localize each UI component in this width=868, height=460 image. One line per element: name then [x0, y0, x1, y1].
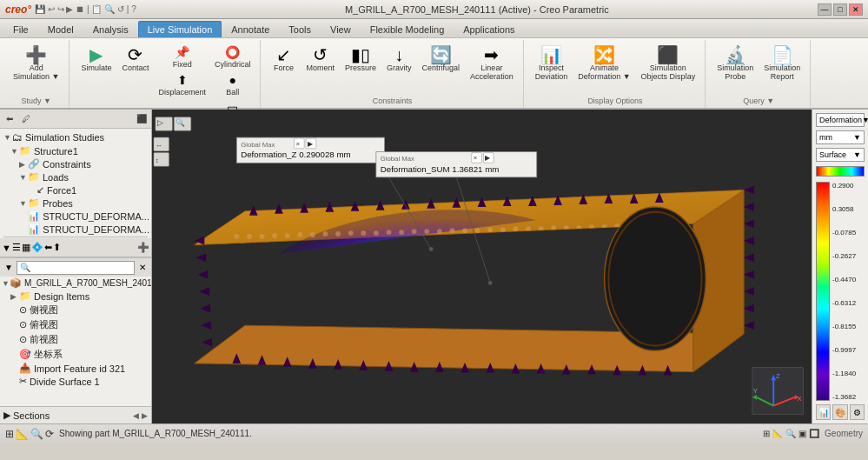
tree-filter-btn[interactable]: ▼	[2, 243, 11, 253]
view-ctrl-2[interactable]: 📐	[772, 429, 783, 438]
tab-annotate[interactable]: Annotate	[222, 21, 279, 37]
sections-scroll-left[interactable]: ◀	[133, 411, 139, 420]
cylindrical-button[interactable]: ⭕ Cylindrical	[211, 43, 255, 70]
tab-tools[interactable]: Tools	[279, 21, 321, 37]
svg-point-489	[429, 247, 434, 251]
close-button[interactable]: ✕	[849, 3, 863, 16]
pressure-button[interactable]: ▮▯ Pressure	[341, 43, 381, 75]
statusbar-icon-1[interactable]: ⊞	[5, 428, 14, 440]
rp-color-btn[interactable]: 🎨	[832, 404, 847, 420]
main-area: ⬅ 🖊 ⬛ ▼ 🗂 Simulation Studies ▼ 📁 Structu…	[0, 110, 868, 423]
tree-probes[interactable]: ▼ 📁 Probes	[0, 197, 151, 210]
tree-design-items[interactable]: ▶ 📁 Design Items	[0, 290, 151, 303]
sections-area[interactable]: ▶ Sections ◀ ▶	[0, 406, 151, 423]
contact-label: Contact	[122, 63, 149, 72]
view-ctrl-1[interactable]: ⊞	[763, 429, 770, 438]
gravity-button[interactable]: ↓ Gravity	[382, 43, 416, 75]
tree-col-btn[interactable]: ☰	[12, 242, 21, 253]
window-title: M_GRILL_A_R700_MESH_240111 (Active) - Cr…	[345, 4, 609, 15]
surface-dropdown[interactable]: Surface ▼	[816, 148, 865, 162]
tree-side-view[interactable]: ⊙ 侧视图	[0, 303, 151, 317]
rp-chart-btn[interactable]: 📊	[816, 404, 831, 420]
displacement-button[interactable]: ⬆ Displacement	[155, 71, 209, 98]
animate-deform-label: AnimateDeformation ▼	[578, 63, 630, 81]
animate-deform-icon: 🔀	[593, 46, 615, 63]
fixed-button[interactable]: 📌 Fixed	[155, 43, 209, 70]
left-toolbar-btn-expand[interactable]: ⬛	[134, 111, 149, 127]
tree-expand-btn[interactable]: 💠	[31, 242, 43, 253]
cylindrical-label: Cylindrical	[215, 60, 251, 69]
linear-acceleration-button[interactable]: ➡ LinearAcceleration	[466, 43, 518, 83]
maximize-button[interactable]: □	[833, 3, 847, 16]
unit-dropdown[interactable]: mm ▼	[816, 130, 865, 144]
tree-front-view[interactable]: ⊙ 前视图	[0, 332, 151, 347]
group-study-label: Study ▼	[22, 96, 51, 106]
view-ctrl-4[interactable]: ▣	[798, 429, 806, 438]
tree-structu-deforma-2[interactable]: 📊 STRUCTU_DEFORMA...	[0, 223, 151, 236]
tree-import-feature[interactable]: 📥 Import Feature id 321	[0, 362, 151, 375]
force-button[interactable]: ↙ Force	[268, 43, 301, 75]
svg-point-19	[348, 230, 354, 236]
simulation-report-button[interactable]: 📄 SimulationReport	[759, 43, 805, 83]
search-clear-btn[interactable]: ✕	[136, 261, 149, 275]
import-feature-label: Import Feature id 321	[34, 363, 125, 374]
tree-constraints[interactable]: ▶ 🔗 Constraints	[0, 157, 151, 170]
title-left: creo° 💾 ↩ ↪ ▶ ⏹ | 📋 🔍 ↺ | ?	[5, 3, 136, 16]
surface-arrow: ▼	[853, 150, 861, 159]
tree-search-input[interactable]	[17, 261, 135, 275]
simulation-objects-display-button[interactable]: ⬛ SimulationObjects Display	[637, 43, 700, 83]
inspect-deviation-button[interactable]: 📊 InspectDeviation	[531, 43, 573, 83]
tab-live-simulation[interactable]: Live Simulation	[138, 21, 222, 37]
window-controls[interactable]: — □ ✕	[818, 3, 863, 16]
ribbon-group-loads: 📊 InspectDeviation 🔀 AnimateDeformation …	[526, 40, 706, 108]
tab-file[interactable]: File	[3, 21, 38, 37]
add-simulation-button[interactable]: ➕ AddSimulation ▼	[9, 43, 63, 83]
filter-icon[interactable]: ▼	[2, 261, 16, 275]
simulate-button[interactable]: ▶ Simulate	[76, 43, 116, 75]
tree-simulation-studies[interactable]: ▼ 🗂 Simulation Studies	[0, 130, 151, 144]
left-toolbar-btn-2[interactable]: 🖊	[18, 111, 34, 127]
tree-structu-deforma-1[interactable]: 📊 STRUCTU_DEFORMA...	[0, 210, 151, 223]
tree-coord-sys[interactable]: 🎯 坐标系	[0, 347, 151, 362]
view-ctrl-3[interactable]: 🔍	[785, 429, 796, 438]
tab-view[interactable]: View	[321, 21, 361, 37]
tree-top-view[interactable]: ⊙ 俯视图	[0, 317, 151, 332]
minimize-button[interactable]: —	[818, 3, 832, 16]
tab-model[interactable]: Model	[38, 21, 83, 37]
left-panel: ⬅ 🖊 ⬛ ▼ 🗂 Simulation Studies ▼ 📁 Structu…	[0, 110, 152, 423]
svg-point-16	[310, 232, 315, 237]
tree-up-btn[interactable]: ⬅	[44, 242, 52, 253]
left-toolbar-btn-1[interactable]: ⬅	[2, 111, 17, 127]
statusbar-icon-2[interactable]: 📐	[16, 428, 29, 440]
tree-down-btn[interactable]: ⬆	[53, 242, 61, 253]
tab-applications[interactable]: Applications	[454, 21, 524, 37]
tab-flexible-modeling[interactable]: Flexible Modeling	[361, 21, 454, 37]
tab-analysis[interactable]: Analysis	[83, 21, 138, 37]
viewport[interactable]: Global Max × ▶ Deformation_Z 0.290028 mm…	[152, 110, 812, 423]
ball-button[interactable]: ● Ball	[211, 71, 255, 98]
fixed-label: Fixed	[173, 60, 192, 69]
statusbar-icon-3[interactable]: 🔍	[30, 428, 43, 440]
deformation-dropdown[interactable]: Deformation ▼	[816, 113, 865, 127]
view-ctrl-5[interactable]: 🔲	[809, 429, 819, 438]
inspect-deviation-label: InspectDeviation	[535, 63, 568, 81]
tree-structure1[interactable]: ▼ 📁 Structure1	[0, 144, 151, 157]
simulation-probe-button[interactable]: 🔬 SimulationProbe	[712, 43, 758, 83]
tree-model-root[interactable]: ▼ 📦 M_GRILL_A_R700_MESH_240111.PRT...	[0, 277, 151, 290]
svg-text:▶: ▶	[308, 140, 314, 148]
tree-force1[interactable]: ↙ Force1	[0, 183, 151, 197]
contact-button[interactable]: ⟳ Contact	[117, 43, 153, 75]
animate-deformation-button[interactable]: 🔀 AnimateDeformation ▼	[573, 43, 634, 83]
sections-scroll-right[interactable]: ▶	[142, 411, 148, 420]
tree-add-btn[interactable]: ➕	[137, 242, 149, 253]
scale-value-2: 0.3058	[832, 205, 865, 213]
statusbar-icon-4[interactable]: ⟳	[45, 428, 54, 440]
rp-settings-btn[interactable]: ⚙	[850, 404, 865, 420]
tree-grid-btn[interactable]: ▦	[22, 242, 30, 253]
moment-button[interactable]: ↺ Moment	[302, 43, 340, 75]
tree-divide-surface[interactable]: ✂ Divide Surface 1	[0, 375, 151, 388]
ribbon-tabs: File Model Analysis Live Simulation Anno…	[0, 19, 868, 38]
centrifugal-button[interactable]: 🔄 Centrifugal	[418, 43, 465, 75]
tree-loads[interactable]: ▼ 📁 Loads	[0, 170, 151, 183]
ball-label: Ball	[226, 88, 239, 97]
